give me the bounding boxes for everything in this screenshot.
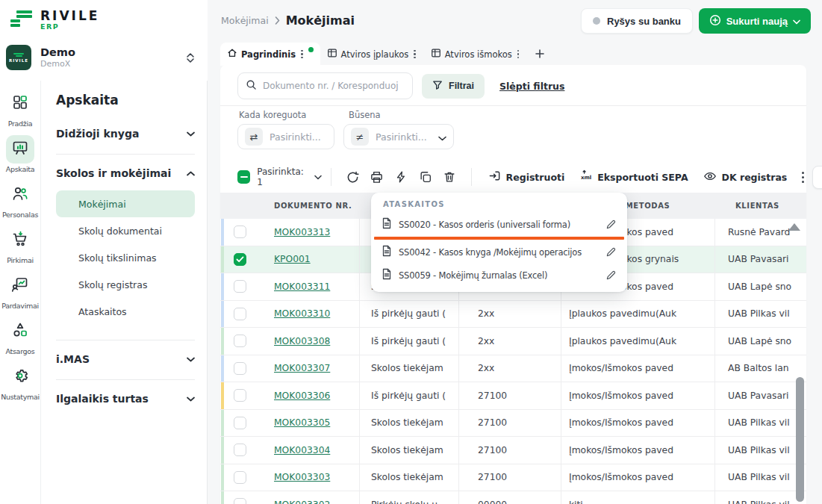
swap-arrows-icon: ⇄ bbox=[245, 128, 263, 146]
rail-item-nustatymai[interactable]: Nustatymai bbox=[0, 363, 40, 401]
row-checkbox[interactable] bbox=[234, 308, 246, 320]
shapes-icon bbox=[11, 321, 29, 342]
refresh-button[interactable] bbox=[340, 166, 365, 188]
copy-button[interactable] bbox=[414, 166, 438, 188]
date-filter-select[interactable]: ⇄ Pasirinkti... bbox=[237, 124, 334, 149]
print-button[interactable] bbox=[365, 166, 390, 188]
document-link[interactable]: MOK003304 bbox=[274, 445, 330, 455]
create-new-button[interactable]: Sukurti naują bbox=[699, 8, 811, 34]
filters-button[interactable]: Filtrai bbox=[422, 74, 485, 99]
method-cell: kiti bbox=[561, 491, 715, 504]
delete-button[interactable] bbox=[438, 166, 462, 188]
row-checkbox[interactable] bbox=[234, 444, 246, 456]
scroll-up-arrow[interactable] bbox=[788, 223, 800, 231]
document-link[interactable]: MOK003308 bbox=[274, 336, 330, 346]
code-cell: 2xx bbox=[459, 301, 561, 328]
report-item-ss0020[interactable]: SS0020 - Kasos orderis (universali forma… bbox=[371, 213, 627, 236]
document-link[interactable]: MOK003302 bbox=[274, 500, 330, 504]
sidebar-item-mokejimai[interactable]: Mokėjimai bbox=[56, 190, 195, 217]
row-checkbox[interactable] bbox=[234, 225, 246, 238]
edit-pencil-icon[interactable] bbox=[605, 246, 617, 258]
client-cell: UAB Pavasari bbox=[715, 382, 806, 409]
workspace-logo: RIVILE bbox=[6, 45, 31, 70]
funnel-icon bbox=[432, 80, 443, 93]
tab-menu-icon[interactable] bbox=[412, 50, 417, 59]
divider bbox=[331, 168, 331, 186]
document-link[interactable]: MOK003311 bbox=[274, 281, 330, 292]
row-status-stripe bbox=[221, 301, 224, 328]
select-all-checkbox[interactable] bbox=[237, 170, 250, 184]
row-checkbox[interactable] bbox=[234, 498, 246, 504]
row-checkbox[interactable] bbox=[234, 389, 246, 402]
search-input[interactable] bbox=[263, 81, 405, 91]
edit-pencil-icon[interactable] bbox=[605, 219, 617, 230]
code-cell: 27100 bbox=[459, 437, 561, 464]
sidebar-item-skolu-dokumentai[interactable]: Skolų dokumentai bbox=[56, 217, 195, 244]
row-checkbox[interactable] bbox=[234, 335, 246, 347]
toolbar-more-button[interactable] bbox=[794, 172, 812, 183]
rail-item-apskaita[interactable]: Apskaita bbox=[0, 135, 40, 173]
document-link[interactable]: MOK003305 bbox=[274, 417, 330, 428]
tab-atviros-iplaukos[interactable]: Atviros įplaukos bbox=[320, 43, 424, 66]
lightning-button[interactable] bbox=[389, 166, 414, 188]
row-checkbox[interactable] bbox=[234, 417, 246, 429]
tab-menu-icon[interactable] bbox=[516, 50, 521, 59]
row-checkbox[interactable] bbox=[234, 280, 246, 293]
sidebar-item-ataskaitos[interactable]: Ataskaitos bbox=[56, 298, 195, 325]
sidebar-group-didzioji-knyga[interactable]: Didžioji knyga bbox=[56, 125, 195, 142]
rail-item-pirkimai[interactable]: Pirkimai bbox=[0, 226, 40, 264]
divider bbox=[56, 340, 195, 340]
sidebar-item-skolu-tikslinimas[interactable]: Skolų tikslinimas bbox=[56, 244, 195, 271]
method-cell: Įmokos/Išmokos paved bbox=[561, 464, 715, 491]
document-link[interactable]: KPO001 bbox=[274, 254, 311, 264]
code-cell: 00000 bbox=[459, 491, 561, 504]
edge-overflow-button[interactable] bbox=[812, 166, 822, 189]
document-link[interactable]: MOK003306 bbox=[274, 391, 330, 401]
chevron-down-icon[interactable] bbox=[314, 175, 322, 180]
cart-icon bbox=[11, 230, 29, 251]
export-sepa-button[interactable]: xml Eksportuoti SEPA bbox=[579, 169, 688, 184]
hide-filters-link[interactable]: Slėpti filtrus bbox=[499, 81, 564, 92]
row-status-stripe bbox=[221, 437, 224, 464]
rail-item-pardavimai[interactable]: Pardavimai bbox=[0, 272, 40, 310]
sidebar-group-imas[interactable]: i.MAS bbox=[56, 351, 195, 367]
rail-item-personalas[interactable]: Personalas bbox=[0, 181, 40, 219]
code-cell: 2xx bbox=[459, 355, 561, 382]
tab-pagrindinis[interactable]: Pagrindinis bbox=[220, 43, 320, 66]
selected-count-label: Pasirinkta: 1 bbox=[257, 167, 310, 187]
bank-connection-button[interactable]: Ryšys su banku bbox=[581, 8, 693, 34]
header-document[interactable]: DOKUMENTO NR. bbox=[254, 202, 360, 210]
edit-pencil-icon[interactable] bbox=[605, 270, 617, 281]
report-item-ss0042[interactable]: SS0042 - Kasos knyga /Mokėjimų operacijo… bbox=[371, 240, 627, 264]
document-link[interactable]: MOK003307 bbox=[274, 363, 330, 373]
register-button[interactable]: Registruoti bbox=[488, 169, 565, 184]
status-filter-select[interactable]: ≠ Pasirinkti... bbox=[343, 124, 454, 149]
workspace-switch-icon bbox=[187, 53, 194, 63]
report-item-ss0059[interactable]: SS0059 - Mokėjimų žurnalas (Excel) bbox=[371, 264, 627, 287]
tab-menu-icon[interactable] bbox=[299, 50, 305, 59]
document-link[interactable]: MOK003310 bbox=[274, 308, 330, 319]
sidebar-group-skolos[interactable]: Skolos ir mokėjimai bbox=[56, 165, 195, 181]
add-tab-button[interactable] bbox=[527, 43, 552, 66]
breadcrumb-parent[interactable]: Mokėjimai bbox=[221, 15, 269, 26]
dk-registras-button[interactable]: DK registras bbox=[703, 169, 788, 185]
rail-item-atsargos[interactable]: Atsargos bbox=[0, 317, 40, 355]
rail-item-pradzia[interactable]: Pradžia bbox=[0, 90, 40, 128]
table-row: MOK003305 Skolos tiekėjam 27100 Įmokos/I… bbox=[220, 410, 806, 438]
table-row: MOK003302 Pirkėjų skolų u 00000 kiti UAB… bbox=[220, 491, 806, 504]
row-status-stripe bbox=[221, 491, 224, 504]
chevron-down-icon bbox=[187, 357, 195, 362]
sidebar-group-ilgalaikis-turtas[interactable]: Ilgalaikis turtas bbox=[56, 391, 195, 407]
workspace-selector[interactable]: RIVILE Demo DemoX bbox=[6, 42, 202, 73]
header-client[interactable]: KLIENTAS bbox=[715, 202, 806, 210]
row-checkbox[interactable] bbox=[234, 471, 246, 484]
tab-atviros-ismokos[interactable]: Atviros išmokos bbox=[424, 43, 528, 66]
row-checkbox[interactable] bbox=[234, 253, 246, 266]
document-link[interactable]: MOK003303 bbox=[274, 472, 330, 482]
document-link[interactable]: MOK003313 bbox=[274, 227, 330, 237]
sidebar-item-skolu-registras[interactable]: Skolų registras bbox=[56, 271, 195, 298]
scrollbar-thumb[interactable] bbox=[796, 377, 804, 502]
row-checkbox[interactable] bbox=[234, 362, 246, 375]
row-status-stripe bbox=[221, 219, 224, 246]
app-window: RIVILE ERP RIVILE Demo DemoX bbox=[0, 0, 822, 504]
